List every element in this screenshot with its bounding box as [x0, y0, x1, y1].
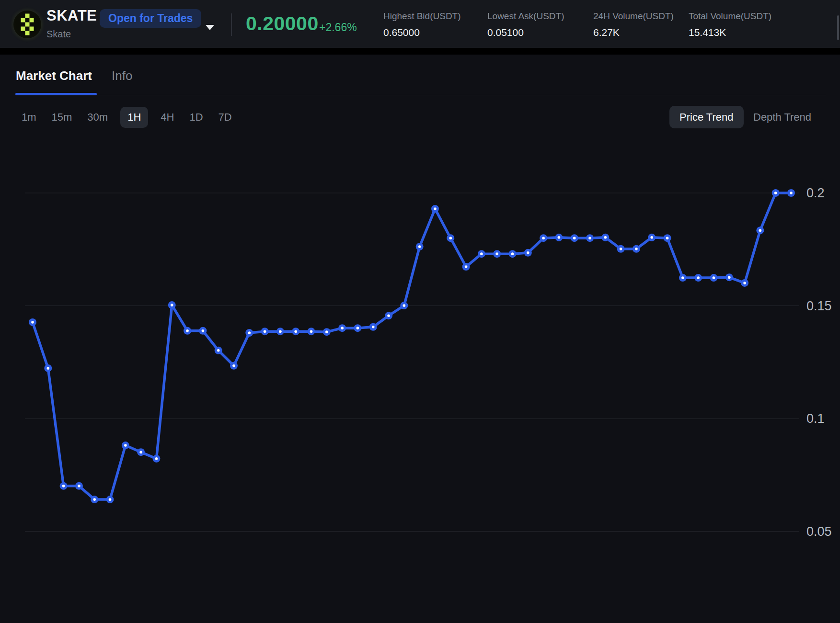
price-change-percent: +2.66% [319, 21, 357, 34]
timeframe-4h[interactable]: 4H [161, 111, 174, 124]
timeframe-1m[interactable]: 1m [22, 111, 36, 124]
chevron-down-icon[interactable] [206, 25, 214, 30]
skate-logo-pixels [13, 11, 41, 38]
timeframe-30m[interactable]: 30m [87, 111, 108, 124]
active-tab-underline [15, 93, 97, 95]
timeframe-7d[interactable]: 7D [219, 111, 232, 124]
price-trend-button[interactable]: Price Trend [669, 106, 744, 128]
timeframe-selector: 1m 15m 30m 1H 4H 1D 7D [22, 106, 232, 128]
stat-value: 0.65000 [383, 27, 420, 38]
token-symbol: SKATE [46, 7, 97, 24]
last-price: 0.20000 [246, 12, 319, 35]
timeframe-15m[interactable]: 15m [52, 111, 72, 124]
skate-logo-icon [13, 11, 41, 38]
token-name: Skate [46, 29, 71, 40]
stat-label: Highest Bid(USDT) [383, 11, 461, 22]
stat-label: 24H Volume(USDT) [593, 11, 674, 22]
stat-value: 6.27K [593, 27, 620, 38]
token-header: SKATE Open for Trades Skate 0.20000 +2.6… [0, 0, 840, 48]
header-divider [231, 13, 232, 36]
stat-label: Total Volume(USDT) [689, 11, 771, 22]
tabs-divider [16, 95, 826, 95]
timeframe-1d[interactable]: 1D [189, 111, 203, 124]
timeframe-1h[interactable]: 1H [120, 107, 148, 128]
stat-value: 15.413K [689, 27, 726, 38]
scrollbar-thumb[interactable] [837, 15, 839, 40]
depth-trend-button[interactable]: Depth Trend [753, 106, 811, 128]
tab-market-chart[interactable]: Market Chart [16, 68, 92, 83]
stat-label: Lowest Ask(USDT) [487, 11, 564, 22]
app-root: SKATE Open for Trades Skate 0.20000 +2.6… [0, 0, 840, 623]
tab-info[interactable]: Info [112, 68, 132, 83]
stat-value: 0.05100 [487, 27, 524, 38]
market-panel: Market Chart Info 1m 15m 30m 1H 4H 1D 7D… [0, 55, 840, 623]
status-badge: Open for Trades [100, 9, 201, 28]
